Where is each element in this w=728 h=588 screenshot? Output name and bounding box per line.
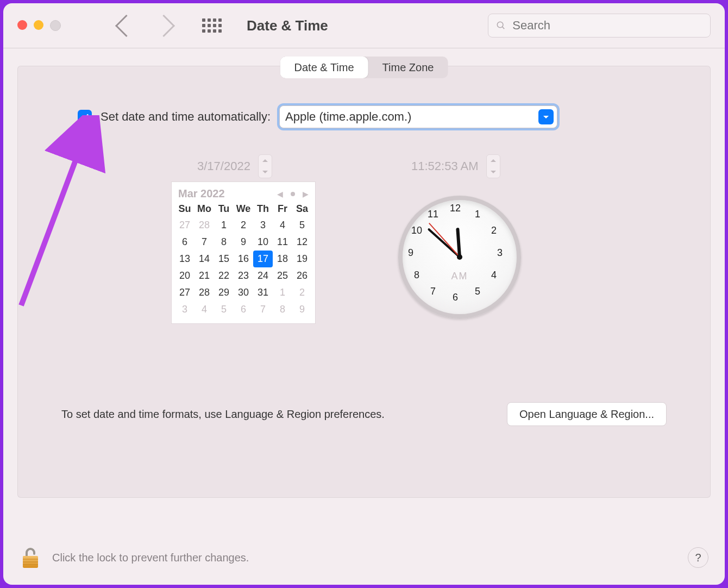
second-hand (429, 223, 460, 258)
calendar-day[interactable]: 30 (234, 284, 253, 301)
calendar-day[interactable]: 3 (253, 217, 273, 234)
minimize-window-button[interactable] (34, 20, 43, 30)
calendar-day[interactable]: 20 (175, 267, 194, 284)
close-window-button[interactable] (17, 20, 27, 30)
zoom-window-button[interactable] (50, 20, 61, 31)
calendar-day[interactable]: 16 (234, 251, 253, 267)
calendar-day[interactable]: 15 (214, 251, 234, 267)
calendar-day[interactable]: 25 (273, 267, 292, 284)
clock-number: 2 (491, 225, 497, 236)
nav-buttons (118, 18, 172, 34)
clock-number: 10 (411, 225, 422, 236)
calendar-dow: Sa (292, 201, 312, 217)
calendar-day[interactable]: 10 (253, 234, 273, 251)
content-area: Date & Time Time Zone Set date and time … (3, 48, 725, 530)
calendar-day[interactable]: 8 (214, 234, 234, 251)
auto-row: Set date and time automatically: Apple (… (78, 105, 557, 128)
time-stepper[interactable] (486, 154, 500, 178)
back-button[interactable] (115, 14, 137, 36)
titlebar: Date & Time (3, 3, 725, 48)
calendar-day[interactable]: 19 (292, 251, 312, 267)
page-title: Date & Time (247, 17, 328, 34)
calendar-today-icon[interactable] (291, 192, 295, 196)
show-all-icon[interactable] (202, 18, 222, 33)
calendar[interactable]: Mar 2022 ◀ ▶ SuMoTuWeThFrSa2728123456789… (171, 182, 316, 324)
calendar-day[interactable]: 7 (253, 301, 273, 318)
calendar-day[interactable]: 12 (292, 234, 312, 251)
time-server-value: Apple (time.apple.com.) (285, 110, 411, 124)
calendar-day[interactable]: 27 (175, 217, 194, 234)
calendar-day[interactable]: 8 (273, 301, 292, 318)
calendar-dow: Su (175, 201, 194, 217)
settings-panel: Date & Time Time Zone Set date and time … (17, 66, 711, 498)
calendar-day[interactable]: 11 (273, 234, 292, 251)
calendar-day[interactable]: 4 (273, 217, 292, 234)
calendar-day[interactable]: 6 (175, 234, 194, 251)
calendar-day[interactable]: 9 (234, 234, 253, 251)
calendar-day[interactable]: 21 (194, 267, 214, 284)
chevron-up-icon (491, 157, 496, 162)
calendar-dow: Th (253, 201, 273, 217)
dropdown-icon[interactable] (538, 109, 554, 124)
date-stepper[interactable] (258, 154, 272, 178)
calendar-day[interactable]: 14 (194, 251, 214, 267)
calendar-day[interactable]: 29 (214, 284, 234, 301)
tab-date-time[interactable]: Date & Time (280, 57, 368, 78)
set-automatically-checkbox[interactable] (78, 110, 92, 124)
window-controls (17, 20, 61, 31)
calendar-prev-icon[interactable]: ◀ (277, 190, 283, 198)
calendar-day[interactable]: 3 (175, 301, 194, 318)
calendar-dow: Tu (214, 201, 234, 217)
calendar-day[interactable]: 27 (175, 284, 194, 301)
calendar-day[interactable]: 17 (253, 251, 273, 267)
calendar-next-icon[interactable]: ▶ (303, 190, 309, 198)
date-value: 3/17/2022 (192, 156, 256, 177)
calendar-day[interactable]: 23 (234, 267, 253, 284)
calendar-day[interactable]: 28 (194, 217, 214, 234)
calendar-day[interactable]: 2 (234, 217, 253, 234)
calendar-day[interactable]: 5 (214, 301, 234, 318)
svg-line-1 (502, 27, 504, 29)
time-field[interactable]: 11:52:53 AM (406, 154, 500, 178)
format-row: To set date and time formats, use Langua… (61, 402, 667, 426)
clock-number: 4 (491, 270, 497, 281)
search-field[interactable] (488, 14, 711, 37)
calendar-day[interactable]: 1 (214, 217, 234, 234)
forward-button[interactable] (153, 14, 175, 36)
search-input[interactable] (511, 18, 702, 33)
calendar-day[interactable]: 18 (273, 251, 292, 267)
svg-line-2 (21, 132, 86, 305)
calendar-header: Mar 2022 ◀ ▶ (175, 185, 312, 201)
tab-time-zone[interactable]: Time Zone (368, 57, 448, 78)
calendar-day[interactable]: 31 (253, 284, 273, 301)
annotation-arrow (16, 115, 114, 311)
open-language-region-button[interactable]: Open Language & Region... (507, 402, 667, 426)
calendar-day[interactable]: 22 (214, 267, 234, 284)
lock-icon[interactable] (20, 545, 41, 570)
calendar-day[interactable]: 28 (194, 284, 214, 301)
calendar-day[interactable]: 2 (292, 284, 312, 301)
calendar-day[interactable]: 9 (292, 301, 312, 318)
clock-number: 11 (428, 208, 438, 220)
calendar-dow: Mo (194, 201, 214, 217)
calendar-day[interactable]: 26 (292, 267, 312, 284)
calendar-day[interactable]: 13 (175, 251, 194, 267)
clock-number: 9 (408, 247, 413, 259)
calendar-day[interactable]: 4 (194, 301, 214, 318)
analog-clock: AM 121234567891011 (398, 196, 512, 310)
calendar-dow: We (234, 201, 253, 217)
bottom-bar: Click the lock to prevent further change… (3, 530, 725, 585)
time-server-combo[interactable]: Apple (time.apple.com.) (279, 105, 557, 128)
check-icon (80, 112, 90, 122)
clock-number: 5 (475, 286, 480, 297)
calendar-day[interactable]: 7 (194, 234, 214, 251)
calendar-day[interactable]: 5 (292, 217, 312, 234)
calendar-dow: Fr (273, 201, 292, 217)
calendar-day[interactable]: 1 (273, 284, 292, 301)
calendar-day[interactable]: 24 (253, 267, 273, 284)
help-button[interactable]: ? (688, 547, 708, 568)
calendar-grid: SuMoTuWeThFrSa27281234567891011121314151… (175, 201, 312, 318)
date-field[interactable]: 3/17/2022 (192, 154, 272, 178)
clock-number: 3 (497, 247, 503, 259)
calendar-day[interactable]: 6 (234, 301, 253, 318)
